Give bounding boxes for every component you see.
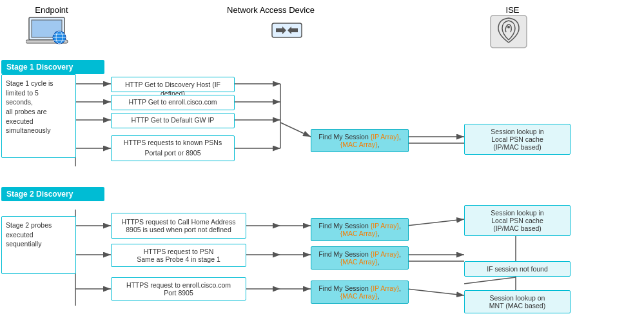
fms-box-3: Find My Session {IP Array}, {MAC Array}, <box>311 246 409 270</box>
diagram: Endpoint Network Access Device ISE <box>0 0 644 325</box>
endpoint-header: Endpoint <box>19 5 84 15</box>
stage2-probe1: HTTPS request to Call Home Address8905 i… <box>111 213 246 239</box>
session-lookup-2: Session lookup inLocal PSN cache(IP/MAC … <box>464 205 571 236</box>
session-lookup-1: Session lookup inLocal PSN cache(IP/MAC … <box>464 124 571 155</box>
fms-box-2: Find My Session {IP Array}, {MAC Array}, <box>311 218 409 241</box>
svg-line-12 <box>280 123 311 137</box>
svg-line-23 <box>407 219 464 226</box>
fms-box-4: Find My Session {IP Array}, {MAC Array}, <box>311 281 409 304</box>
stage2-header: Stage 2 Discovery <box>1 187 104 201</box>
nad-header: Network Access Device <box>206 5 335 15</box>
nad-icon <box>268 18 306 45</box>
if-not-found: IF session not found <box>464 261 571 277</box>
svg-line-32 <box>464 277 516 284</box>
stage1-probe3: HTTP Get to Default GW IP <box>111 113 235 128</box>
ise-header: ISE <box>487 5 538 15</box>
stage1-probe2: HTTP Get to enroll.cisco.com <box>111 95 235 110</box>
stage1-side-text: Stage 1 cycle islimited to 5seconds,all … <box>1 74 76 158</box>
session-lookup-mnt: Session lookup onMNT (MAC based) <box>464 290 571 313</box>
ise-icon <box>486 14 531 51</box>
stage1-header: Stage 1 Discovery <box>1 60 104 74</box>
stage2-side-text: Stage 2 probesexecutedsequentially <box>1 216 76 274</box>
fms-box-1: Find My Session {IP Array}, {MAC Array}, <box>311 129 409 152</box>
stage2-probe3: HTTPS request to enroll.cisco.comPort 89… <box>111 277 246 300</box>
stage2-probe2: HTTPS request to PSNSame as Probe 4 in s… <box>111 244 246 267</box>
endpoint-icon <box>19 14 77 48</box>
svg-point-46 <box>507 26 510 28</box>
stage1-probe1: HTTP Get to Discovery Host (IF defined) <box>111 77 235 92</box>
svg-line-28 <box>407 289 464 295</box>
stage1-probe4: HTTPS requests to known PSNsPortal port … <box>111 135 235 161</box>
